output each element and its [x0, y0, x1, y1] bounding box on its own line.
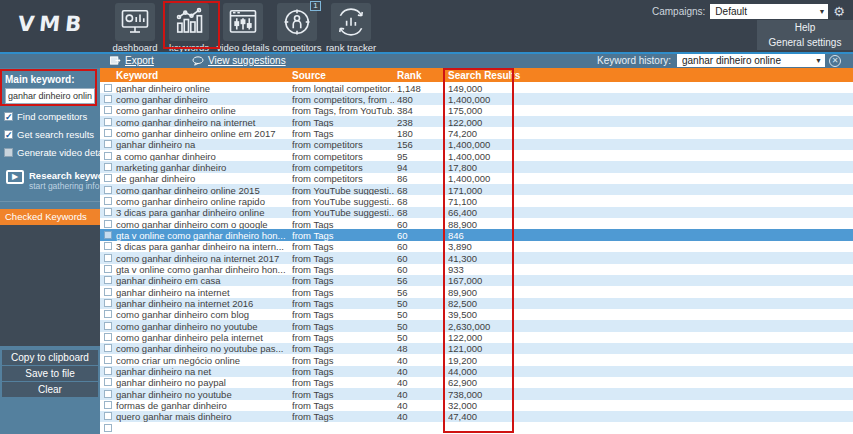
- row-checkbox[interactable]: [104, 231, 112, 239]
- row-checkbox[interactable]: [104, 299, 112, 307]
- row-checkbox[interactable]: [104, 95, 112, 103]
- research-keyword-button[interactable]: ▶ Research keyword start gathering info: [0, 158, 100, 191]
- row-checkbox[interactable]: [104, 197, 112, 205]
- row-checkbox[interactable]: [104, 276, 112, 284]
- table-row[interactable]: como ganhar dinheiro no youtube from Tag…: [100, 320, 853, 331]
- row-checkbox[interactable]: [104, 310, 112, 318]
- row-checkbox[interactable]: [104, 356, 112, 364]
- table-row[interactable]: gta v online como ganhar dinheiro hon...…: [100, 229, 853, 240]
- row-checkbox[interactable]: [104, 424, 112, 432]
- column-header-source[interactable]: Source: [292, 70, 326, 81]
- row-checkbox[interactable]: [104, 344, 112, 352]
- row-checkbox[interactable]: [104, 288, 112, 296]
- checkbox-get-search-results[interactable]: ✓ Get search results: [0, 129, 100, 140]
- row-keyword: de ganhar dinheiro: [116, 173, 288, 184]
- table-row[interactable]: como ganhar dinheiro na internet 2017 fr…: [100, 252, 853, 263]
- copy-to-clipboard-button[interactable]: Copy to clipboard: [2, 350, 98, 365]
- table-row[interactable]: 3 dicas para ganhar dinheiro na intern..…: [100, 241, 853, 252]
- nav-item-rank-tracker[interactable]: rank tracker: [324, 0, 378, 52]
- row-checkbox[interactable]: [104, 129, 112, 137]
- row-checkbox[interactable]: [104, 367, 112, 375]
- table-row[interactable]: como ganhar dinheiro online em 2017 from…: [100, 127, 853, 138]
- clear-button[interactable]: Clear: [2, 382, 98, 397]
- nav-item-keywords[interactable]: keywords: [162, 0, 216, 52]
- table-row[interactable]: ganhar dinheiro na internet from Tags 56…: [100, 286, 853, 297]
- row-checkbox[interactable]: [104, 163, 112, 171]
- row-rank: 95: [397, 151, 443, 162]
- save-to-file-button[interactable]: Save to file: [2, 366, 98, 381]
- row-checkbox[interactable]: [104, 401, 112, 409]
- table-row[interactable]: como ganhar dinheiro online 2015 from Yo…: [100, 184, 853, 195]
- row-checkbox[interactable]: [104, 390, 112, 398]
- table-row[interactable]: ganhar dinheiro online from longtail com…: [100, 82, 853, 93]
- row-source: from Tags: [292, 230, 394, 241]
- row-keyword: como criar um negócio online: [116, 355, 288, 366]
- column-header-search-results[interactable]: Search Results: [448, 70, 520, 81]
- row-checkbox[interactable]: [104, 220, 112, 228]
- table-row[interactable]: como ganhar dinheiro com o google from T…: [100, 218, 853, 229]
- row-checkbox[interactable]: [104, 152, 112, 160]
- speech-bubble-icon: [192, 56, 204, 66]
- table-row[interactable]: de ganhar dinheiro from competitors 86 1…: [100, 173, 853, 184]
- row-keyword: como ganhar dinheiro online: [116, 105, 288, 116]
- keyword-history-dropdown[interactable]: ganhar dinheiro online ▼: [677, 54, 825, 67]
- view-suggestions-label: View suggestions: [208, 55, 286, 66]
- table-row[interactable]: formas de ganhar dinheiro from Tags 40 3…: [100, 400, 853, 411]
- view-suggestions-button[interactable]: View suggestions: [192, 55, 286, 66]
- row-source: from Tags: [292, 287, 394, 298]
- close-circle-icon[interactable]: ✕: [829, 55, 841, 67]
- row-checkbox[interactable]: [104, 174, 112, 182]
- nav-item-video-details[interactable]: video details: [216, 0, 270, 52]
- row-checkbox[interactable]: [104, 322, 112, 330]
- table-row[interactable]: ganhar dinheiro na internet 2016 from Ta…: [100, 298, 853, 309]
- table-row[interactable]: como ganhar dinheiro na internet from Ta…: [100, 116, 853, 127]
- row-checkbox[interactable]: [104, 265, 112, 273]
- row-checkbox[interactable]: [104, 106, 112, 114]
- row-checkbox[interactable]: [104, 254, 112, 262]
- main-keyword-input[interactable]: [5, 88, 95, 104]
- table-row[interactable]: como ganhar dinheiro no youtube pas... f…: [100, 343, 853, 354]
- table-row[interactable]: ganhar dinheiro no youtube from Tags 40 …: [100, 388, 853, 399]
- column-header-keyword[interactable]: Keyword: [116, 70, 158, 81]
- nav-item-dashboard[interactable]: dashboard: [108, 0, 162, 52]
- row-checkbox[interactable]: [104, 84, 112, 92]
- table-row[interactable]: como criar um negócio online from Tags 4…: [100, 354, 853, 365]
- table-row[interactable]: a como ganhar dinheiro from competitors …: [100, 150, 853, 161]
- table-row[interactable]: como ganhar dinheiro com blog from Tags …: [100, 309, 853, 320]
- row-checkbox[interactable]: [104, 378, 112, 386]
- row-keyword: como ganhar dinheiro: [116, 94, 288, 105]
- row-checkbox[interactable]: [104, 140, 112, 148]
- gear-icon[interactable]: ⚙: [833, 4, 845, 19]
- export-button[interactable]: Export: [110, 55, 154, 66]
- table-row[interactable]: quero ganhar mais dinheiro from Tags 40 …: [100, 411, 853, 422]
- nav-item-competitors[interactable]: 1 competitors: [270, 0, 324, 52]
- row-checkbox[interactable]: [104, 208, 112, 216]
- row-rank: 238: [397, 117, 443, 128]
- table-row[interactable]: ganhar dinheiro na net from Tags 40 44,0…: [100, 366, 853, 377]
- table-row[interactable]: ganhar dinheiro no paypal from Tags 40 6…: [100, 377, 853, 388]
- table-row[interactable]: 3 dicas para ganhar dinheiro online from…: [100, 207, 853, 218]
- menu-item-help[interactable]: Help: [757, 20, 853, 35]
- table-row[interactable]: ganhar dinheiro em casa from Tags 56 167…: [100, 275, 853, 286]
- table-row[interactable]: [100, 422, 853, 433]
- row-checkbox[interactable]: [104, 242, 112, 250]
- column-header-rank[interactable]: Rank: [397, 70, 421, 81]
- table-row[interactable]: como ganhar dinheiro pela internet from …: [100, 332, 853, 343]
- checkbox-find-competitors[interactable]: ✓ Find competitors: [0, 111, 100, 122]
- campaigns-dropdown[interactable]: Default ▼: [710, 4, 828, 19]
- table-row[interactable]: como ganhar dinheiro from competitors, f…: [100, 93, 853, 104]
- table-row[interactable]: gta v online como ganhar dinheiro hon...…: [100, 264, 853, 275]
- row-rank: 40: [397, 366, 443, 377]
- checkbox-generate-video-details[interactable]: Generate video details: [0, 147, 100, 158]
- table-row[interactable]: como ganhar dinheiro online rapido from …: [100, 195, 853, 206]
- row-checkbox[interactable]: [104, 412, 112, 420]
- row-checkbox[interactable]: [104, 186, 112, 194]
- menu-item-general-settings[interactable]: General settings: [757, 35, 853, 50]
- table-row[interactable]: marketing ganhar dinheiro from competito…: [100, 161, 853, 172]
- row-keyword: ganhar dinheiro na: [116, 139, 288, 150]
- table-row[interactable]: como ganhar dinheiro online from Tags, f…: [100, 105, 853, 116]
- table-row[interactable]: ganhar dinheiro na from competitors 156 …: [100, 139, 853, 150]
- row-rank: 86: [397, 173, 443, 184]
- row-checkbox[interactable]: [104, 118, 112, 126]
- row-checkbox[interactable]: [104, 333, 112, 341]
